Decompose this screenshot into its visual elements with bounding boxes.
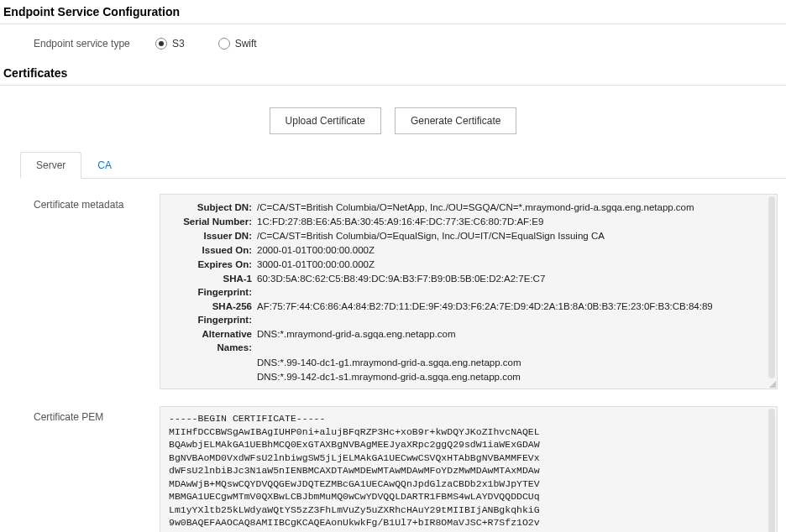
- meta-key: Alternative Names:: [169, 327, 257, 354]
- meta-val: DNS:*.mraymond-grid-a.sgqa.eng.netapp.co…: [257, 327, 466, 341]
- resize-handle-icon[interactable]: [768, 379, 776, 388]
- certificate-pem-box[interactable]: -----BEGIN CERTIFICATE----- MIIHfDCCBWSg…: [160, 406, 778, 532]
- endpoint-config-header: Endpoint Service Configuration: [0, 0, 786, 24]
- cert-tabs-container: Server CA Certificate metadata Subject D…: [0, 151, 786, 532]
- meta-val: /C=CA/ST=British Columbia/O=NetApp, Inc.…: [257, 201, 705, 214]
- meta-val: 60:3D:5A:8C:62:C5:B8:49:DC:9A:B3:F7:B9:0…: [257, 272, 555, 285]
- endpoint-type-label: Endpoint service type: [34, 38, 155, 50]
- meta-key: Issued On:: [169, 243, 257, 257]
- certificate-button-row: Upload Certificate Generate Certificate: [0, 92, 786, 151]
- generate-certificate-button[interactable]: Generate Certificate: [395, 107, 516, 134]
- meta-val: 1C:FD:27:8B:E6:A5:BA:30:45:A9:16:4F:DC:7…: [257, 215, 553, 228]
- meta-key: SHA-256 Fingerprint:: [169, 300, 257, 326]
- cert-tabs: Server CA: [20, 151, 786, 179]
- tab-content-server: Certificate metadata Subject DN:/C=CA/ST…: [20, 179, 786, 532]
- meta-val: DNS:*.99-140-dc1-g1.mraymond-grid-a.sgqa…: [257, 356, 532, 369]
- tab-server[interactable]: Server: [20, 152, 81, 179]
- upload-certificate-button[interactable]: Upload Certificate: [270, 107, 381, 134]
- meta-val: /C=CA/ST=British Columbia/O=EqualSign, I…: [257, 229, 615, 243]
- certificate-pem-block: Certificate PEM -----BEGIN CERTIFICATE--…: [34, 406, 786, 532]
- certificates-header: Certificates: [0, 61, 786, 86]
- meta-key: Subject DN:: [169, 201, 257, 214]
- radio-label-swift: Swift: [235, 38, 257, 50]
- certificate-pem-label: Certificate PEM: [34, 406, 160, 423]
- certificate-metadata-box[interactable]: Subject DN:/C=CA/ST=British Columbia/O=N…: [160, 194, 778, 389]
- radio-icon: [218, 38, 230, 50]
- meta-val: AF:75:7F:44:C6:86:A4:84:B2:7D:11:DE:9F:4…: [257, 300, 723, 313]
- radio-option-s3[interactable]: S3: [155, 38, 185, 50]
- endpoint-type-radio-group: S3 Swift: [155, 38, 257, 50]
- meta-key: Serial Number:: [169, 215, 257, 228]
- certificate-metadata-label: Certificate metadata: [34, 194, 160, 211]
- endpoint-type-row: Endpoint service type S3 Swift: [0, 31, 786, 61]
- meta-key: Issuer DN:: [169, 229, 257, 243]
- tab-ca[interactable]: CA: [81, 152, 128, 179]
- meta-val: DNS:*.99-142-dc1-s1.mraymond-grid-a.sgqa…: [257, 370, 531, 383]
- radio-label-s3: S3: [172, 38, 185, 50]
- radio-option-swift[interactable]: Swift: [218, 38, 257, 50]
- meta-key: Expires On:: [169, 258, 257, 271]
- radio-icon: [155, 38, 167, 50]
- certificate-metadata-block: Certificate metadata Subject DN:/C=CA/ST…: [34, 194, 786, 389]
- meta-val: 3000-01-01T00:00:00.000Z: [257, 258, 385, 271]
- meta-val: 2000-01-01T00:00:00.000Z: [257, 243, 385, 257]
- meta-key: SHA-1 Fingerprint:: [169, 272, 257, 299]
